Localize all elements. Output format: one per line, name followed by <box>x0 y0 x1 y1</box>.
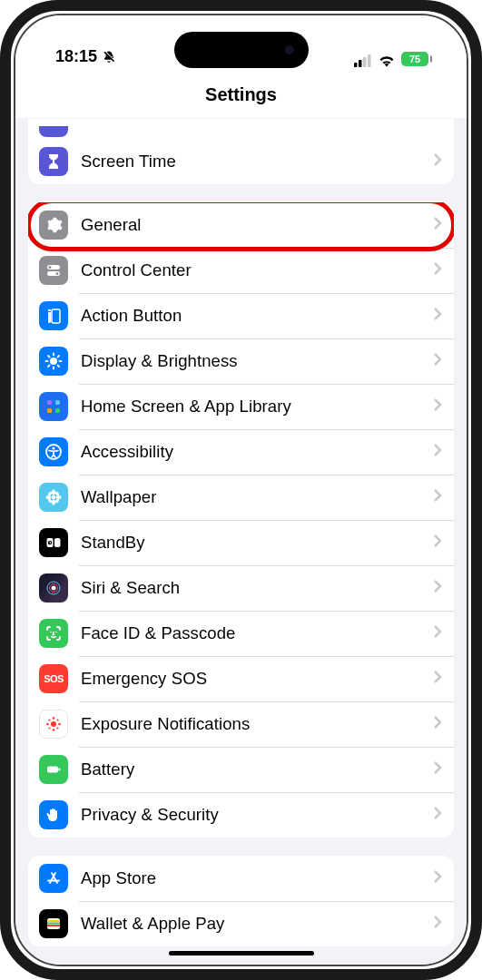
display-brightness-row[interactable]: Display & Brightness <box>28 338 454 384</box>
chevron-right-icon <box>434 489 441 505</box>
wallet-row[interactable]: Wallet & Apple Pay <box>28 901 454 946</box>
battery-row[interactable]: Battery <box>28 747 454 792</box>
app-store-icon <box>39 864 68 893</box>
svg-point-23 <box>52 446 54 449</box>
chevron-right-icon <box>434 153 441 170</box>
svg-rect-51 <box>59 769 61 771</box>
page-title: Settings <box>15 68 467 119</box>
settings-group-1: Screen Time <box>28 119 454 184</box>
chevron-right-icon <box>434 761 441 778</box>
svg-point-27 <box>46 495 52 499</box>
row-label: Display & Brightness <box>81 351 434 371</box>
svg-point-9 <box>50 358 57 365</box>
svg-point-46 <box>48 719 50 720</box>
accessibility-icon <box>39 437 68 466</box>
battery-icon <box>39 755 68 784</box>
svg-rect-1 <box>359 60 362 67</box>
row-label: Privacy & Security <box>81 805 434 825</box>
svg-point-39 <box>50 632 52 633</box>
standby-row[interactable]: StandBy <box>28 520 454 565</box>
row-label: Face ID & Passcode <box>81 623 434 643</box>
row-label: StandBy <box>81 533 434 553</box>
svg-point-38 <box>52 586 56 591</box>
cellular-signal-icon <box>354 53 372 65</box>
sos-icon: SOS <box>39 664 68 693</box>
general-row[interactable]: General <box>28 202 454 248</box>
control-center-row[interactable]: Control Center <box>28 248 454 293</box>
chevron-right-icon <box>434 807 441 823</box>
row-label: App Store <box>81 868 434 888</box>
wifi-icon <box>378 53 396 65</box>
wallpaper-row[interactable]: Wallpaper <box>28 475 454 520</box>
row-label: Screen Time <box>81 152 434 172</box>
action-button-row[interactable]: Action Button <box>28 293 454 338</box>
chevron-right-icon <box>434 308 441 324</box>
chevron-right-icon <box>434 444 441 460</box>
sun-icon <box>39 347 68 376</box>
svg-point-43 <box>53 729 55 731</box>
svg-line-16 <box>48 366 50 368</box>
row-label: Battery <box>81 760 434 779</box>
chevron-right-icon <box>434 716 441 732</box>
svg-point-29 <box>47 491 53 496</box>
home-screen-row[interactable]: Home Screen & App Library <box>28 384 454 429</box>
svg-point-5 <box>49 266 52 269</box>
grid-icon <box>39 392 68 421</box>
siri-search-row[interactable]: Siri & Search <box>28 565 454 611</box>
svg-rect-0 <box>354 63 358 67</box>
svg-point-7 <box>56 272 59 275</box>
app-store-row[interactable]: App Store <box>28 856 454 901</box>
svg-rect-8 <box>52 309 60 323</box>
action-button-icon <box>39 301 68 330</box>
settings-list[interactable]: Screen Time General Control Center <box>15 119 467 965</box>
focus-icon <box>39 126 68 137</box>
svg-point-26 <box>52 500 55 505</box>
row-label: Wallet & Apple Pay <box>81 914 434 934</box>
chevron-right-icon <box>434 870 441 887</box>
toggles-icon <box>39 256 68 285</box>
svg-rect-19 <box>55 400 60 405</box>
face-id-row[interactable]: Face ID & Passcode <box>28 611 454 656</box>
svg-line-17 <box>58 356 60 358</box>
list-item-truncated[interactable] <box>28 122 454 139</box>
row-label: General <box>81 215 434 235</box>
accessibility-row[interactable]: Accessibility <box>28 429 454 475</box>
chevron-right-icon <box>434 353 441 369</box>
svg-rect-55 <box>47 925 60 926</box>
home-indicator[interactable] <box>169 951 314 956</box>
volume-down-button <box>0 310 1 372</box>
chevron-right-icon <box>434 217 441 233</box>
chevron-right-icon <box>434 580 441 596</box>
chevron-right-icon <box>434 671 441 687</box>
exposure-notifications-row[interactable]: Exposure Notifications <box>28 701 454 747</box>
svg-point-31 <box>47 498 53 504</box>
row-label: Wallpaper <box>81 487 434 507</box>
row-label: Control Center <box>81 260 434 280</box>
privacy-security-row[interactable]: Privacy & Security <box>28 792 454 838</box>
svg-rect-18 <box>47 400 52 405</box>
status-time: 18:15 <box>55 47 97 66</box>
svg-rect-50 <box>47 767 58 773</box>
screen-time-row[interactable]: Screen Time <box>28 139 454 184</box>
standby-icon <box>39 528 68 557</box>
face-id-icon <box>39 619 68 648</box>
chevron-right-icon <box>434 625 441 642</box>
chevron-right-icon <box>434 916 441 932</box>
svg-rect-53 <box>47 920 60 922</box>
row-label: Siri & Search <box>81 578 434 598</box>
hand-icon <box>39 800 68 829</box>
mute-switch <box>0 181 1 214</box>
svg-line-14 <box>48 356 50 358</box>
svg-point-45 <box>58 723 61 726</box>
svg-point-49 <box>56 727 58 729</box>
svg-line-15 <box>58 366 60 368</box>
svg-point-41 <box>51 721 56 727</box>
flower-icon <box>39 483 68 512</box>
emergency-sos-row[interactable]: SOS Emergency SOS <box>28 656 454 701</box>
dynamic-island <box>174 32 309 68</box>
svg-point-30 <box>54 491 60 496</box>
row-label: Home Screen & App Library <box>81 397 434 416</box>
row-label: Action Button <box>81 306 434 326</box>
svg-point-48 <box>48 727 50 729</box>
row-label: Accessibility <box>81 442 434 462</box>
